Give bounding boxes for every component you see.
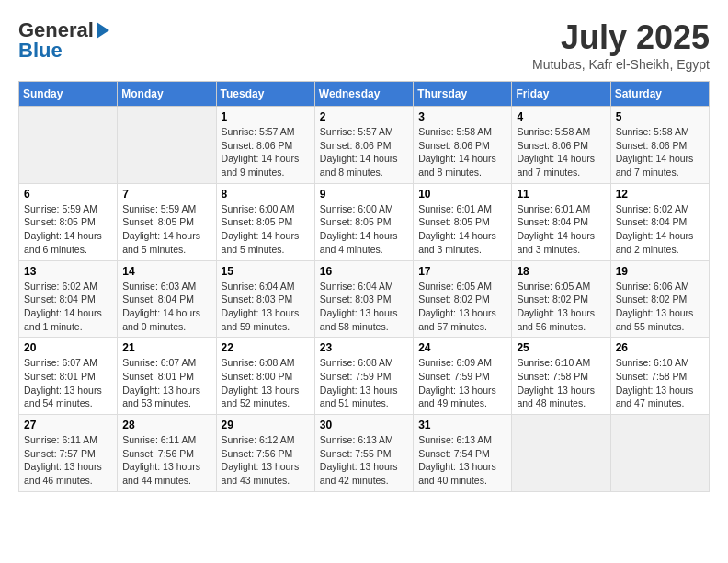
day-number: 3	[418, 110, 506, 123]
day-cell: 17Sunrise: 6:05 AM Sunset: 8:02 PM Dayli…	[414, 260, 512, 338]
day-number: 29	[222, 419, 310, 431]
day-cell: 5Sunrise: 5:58 AM Sunset: 8:06 PM Daylig…	[610, 107, 709, 184]
day-number: 8	[222, 188, 310, 201]
day-detail: Sunrise: 6:00 AM Sunset: 8:05 PM Dayligh…	[320, 202, 408, 257]
day-cell: 27Sunrise: 6:11 AM Sunset: 7:57 PM Dayli…	[19, 415, 118, 492]
day-cell: 28Sunrise: 6:11 AM Sunset: 7:56 PM Dayli…	[118, 415, 216, 492]
logo-text: General Blue	[18, 18, 109, 63]
day-number: 17	[418, 265, 506, 278]
day-cell: 14Sunrise: 6:03 AM Sunset: 8:04 PM Dayli…	[118, 260, 216, 338]
day-detail: Sunrise: 6:05 AM Sunset: 8:02 PM Dayligh…	[517, 280, 605, 334]
day-cell: 8Sunrise: 6:00 AM Sunset: 8:05 PM Daylig…	[216, 183, 314, 260]
day-cell	[512, 415, 610, 492]
day-detail: Sunrise: 6:01 AM Sunset: 8:04 PM Dayligh…	[517, 202, 605, 257]
day-cell: 1Sunrise: 5:57 AM Sunset: 8:06 PM Daylig…	[216, 107, 314, 184]
day-cell: 30Sunrise: 6:13 AM Sunset: 7:55 PM Dayli…	[314, 415, 413, 492]
day-number: 18	[517, 265, 605, 278]
day-cell: 25Sunrise: 6:10 AM Sunset: 7:58 PM Dayli…	[512, 338, 610, 415]
day-cell	[118, 107, 216, 184]
day-detail: Sunrise: 6:09 AM Sunset: 7:59 PM Dayligh…	[418, 356, 506, 410]
day-detail: Sunrise: 6:01 AM Sunset: 8:05 PM Dayligh…	[418, 202, 506, 257]
day-number: 23	[320, 341, 408, 354]
month-title: July 2025	[532, 18, 710, 57]
day-cell: 16Sunrise: 6:04 AM Sunset: 8:03 PM Dayli…	[314, 260, 413, 338]
day-cell: 21Sunrise: 6:07 AM Sunset: 8:01 PM Dayli…	[118, 338, 216, 415]
calendar-table: SundayMondayTuesdayWednesdayThursdayFrid…	[18, 81, 710, 492]
day-cell: 6Sunrise: 5:59 AM Sunset: 8:05 PM Daylig…	[19, 183, 118, 260]
day-cell: 22Sunrise: 6:08 AM Sunset: 8:00 PM Dayli…	[216, 338, 314, 415]
page-header: General Blue July 2025 Mutubas, Kafr el-…	[18, 18, 710, 72]
day-detail: Sunrise: 6:11 AM Sunset: 7:56 PM Dayligh…	[122, 433, 210, 488]
column-header-wednesday: Wednesday	[314, 82, 413, 107]
day-cell: 26Sunrise: 6:10 AM Sunset: 7:58 PM Dayli…	[610, 338, 709, 415]
day-cell: 19Sunrise: 6:06 AM Sunset: 8:02 PM Dayli…	[610, 260, 709, 338]
day-cell: 12Sunrise: 6:02 AM Sunset: 8:04 PM Dayli…	[610, 183, 709, 260]
column-header-sunday: Sunday	[19, 82, 118, 107]
day-detail: Sunrise: 6:10 AM Sunset: 7:58 PM Dayligh…	[616, 356, 704, 410]
day-detail: Sunrise: 6:07 AM Sunset: 8:01 PM Dayligh…	[122, 356, 210, 410]
day-number: 24	[418, 341, 506, 354]
day-number: 13	[24, 265, 112, 278]
day-detail: Sunrise: 6:13 AM Sunset: 7:55 PM Dayligh…	[320, 433, 408, 488]
day-detail: Sunrise: 6:06 AM Sunset: 8:02 PM Dayligh…	[616, 280, 704, 334]
day-detail: Sunrise: 6:04 AM Sunset: 8:03 PM Dayligh…	[320, 280, 408, 334]
column-header-monday: Monday	[118, 82, 216, 107]
day-cell: 13Sunrise: 6:02 AM Sunset: 8:04 PM Dayli…	[19, 260, 118, 338]
day-number: 15	[222, 265, 310, 278]
day-cell: 10Sunrise: 6:01 AM Sunset: 8:05 PM Dayli…	[414, 183, 512, 260]
day-number: 6	[24, 188, 112, 201]
day-number: 27	[24, 419, 112, 431]
day-number: 19	[616, 265, 704, 278]
day-cell	[610, 415, 709, 492]
day-cell: 23Sunrise: 6:08 AM Sunset: 7:59 PM Dayli…	[314, 338, 413, 415]
day-detail: Sunrise: 6:02 AM Sunset: 8:04 PM Dayligh…	[616, 202, 704, 257]
day-number: 4	[517, 110, 605, 123]
day-detail: Sunrise: 5:58 AM Sunset: 8:06 PM Dayligh…	[616, 125, 704, 179]
day-number: 31	[418, 419, 506, 431]
day-cell: 31Sunrise: 6:13 AM Sunset: 7:54 PM Dayli…	[414, 415, 512, 492]
day-detail: Sunrise: 6:13 AM Sunset: 7:54 PM Dayligh…	[418, 433, 506, 488]
day-number: 5	[616, 110, 704, 123]
day-cell	[19, 107, 118, 184]
day-number: 25	[517, 341, 605, 354]
day-cell: 7Sunrise: 5:59 AM Sunset: 8:05 PM Daylig…	[118, 183, 216, 260]
day-detail: Sunrise: 6:04 AM Sunset: 8:03 PM Dayligh…	[222, 280, 310, 334]
day-detail: Sunrise: 6:11 AM Sunset: 7:57 PM Dayligh…	[24, 433, 112, 488]
day-detail: Sunrise: 6:10 AM Sunset: 7:58 PM Dayligh…	[517, 356, 605, 410]
header-row: SundayMondayTuesdayWednesdayThursdayFrid…	[19, 82, 710, 107]
day-cell: 29Sunrise: 6:12 AM Sunset: 7:56 PM Dayli…	[216, 415, 314, 492]
title-block: July 2025 Mutubas, Kafr el-Sheikh, Egypt	[532, 18, 710, 72]
week-row-1: 1Sunrise: 5:57 AM Sunset: 8:06 PM Daylig…	[19, 107, 710, 184]
day-number: 16	[320, 265, 408, 278]
day-number: 11	[517, 188, 605, 201]
day-detail: Sunrise: 5:57 AM Sunset: 8:06 PM Dayligh…	[320, 125, 408, 179]
day-number: 10	[418, 188, 506, 201]
day-detail: Sunrise: 6:02 AM Sunset: 8:04 PM Dayligh…	[24, 280, 112, 334]
day-number: 2	[320, 110, 408, 123]
day-number: 28	[122, 419, 210, 431]
day-number: 22	[222, 341, 310, 354]
day-cell: 20Sunrise: 6:07 AM Sunset: 8:01 PM Dayli…	[19, 338, 118, 415]
day-number: 1	[222, 110, 310, 123]
day-detail: Sunrise: 6:08 AM Sunset: 7:59 PM Dayligh…	[320, 356, 408, 410]
day-cell: 2Sunrise: 5:57 AM Sunset: 8:06 PM Daylig…	[314, 107, 413, 184]
day-detail: Sunrise: 6:03 AM Sunset: 8:04 PM Dayligh…	[122, 280, 210, 334]
day-detail: Sunrise: 6:05 AM Sunset: 8:02 PM Dayligh…	[418, 280, 506, 334]
day-cell: 3Sunrise: 5:58 AM Sunset: 8:06 PM Daylig…	[414, 107, 512, 184]
day-number: 21	[122, 341, 210, 354]
day-cell: 24Sunrise: 6:09 AM Sunset: 7:59 PM Dayli…	[414, 338, 512, 415]
day-number: 30	[320, 419, 408, 431]
day-cell: 15Sunrise: 6:04 AM Sunset: 8:03 PM Dayli…	[216, 260, 314, 338]
column-header-tuesday: Tuesday	[216, 82, 314, 107]
day-number: 14	[122, 265, 210, 278]
day-cell: 4Sunrise: 5:58 AM Sunset: 8:06 PM Daylig…	[512, 107, 610, 184]
column-header-friday: Friday	[512, 82, 610, 107]
day-cell: 9Sunrise: 6:00 AM Sunset: 8:05 PM Daylig…	[314, 183, 413, 260]
day-detail: Sunrise: 5:57 AM Sunset: 8:06 PM Dayligh…	[222, 125, 310, 179]
day-detail: Sunrise: 6:00 AM Sunset: 8:05 PM Dayligh…	[222, 202, 310, 257]
day-cell: 18Sunrise: 6:05 AM Sunset: 8:02 PM Dayli…	[512, 260, 610, 338]
day-detail: Sunrise: 5:59 AM Sunset: 8:05 PM Dayligh…	[122, 202, 210, 257]
day-number: 26	[616, 341, 704, 354]
column-header-thursday: Thursday	[414, 82, 512, 107]
day-detail: Sunrise: 6:08 AM Sunset: 8:00 PM Dayligh…	[222, 356, 310, 410]
